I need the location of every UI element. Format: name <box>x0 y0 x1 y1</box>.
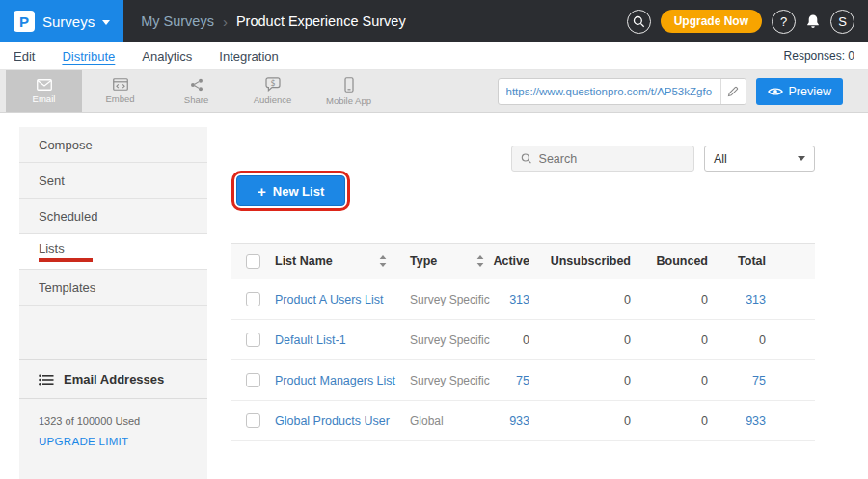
row-checkbox[interactable] <box>246 413 260 428</box>
row-checkbox[interactable] <box>246 373 260 387</box>
embed-icon <box>113 78 128 91</box>
row-checkbox-cell <box>231 333 275 347</box>
preview-label: Preview <box>789 85 831 98</box>
row-checkbox-cell <box>231 413 275 428</box>
upgrade-limit-link[interactable]: UPGRADE LIMIT <box>19 431 207 452</box>
unsubscribed-count: 0 <box>535 414 637 428</box>
total-count[interactable]: 933 <box>714 414 772 428</box>
list-name-link[interactable]: Global Products User <box>275 414 400 428</box>
total-count[interactable]: 0 <box>714 333 772 347</box>
sidebar-item-sent[interactable]: Sent <box>19 163 207 199</box>
column-list-name[interactable]: List Name <box>275 254 400 268</box>
list-type: Survey Specific <box>400 293 492 306</box>
bounced-count: 0 <box>637 374 714 387</box>
sidebar-item-label: Templates <box>39 280 95 295</box>
list-name-link[interactable]: Product Managers List <box>275 374 400 387</box>
list-icon <box>39 374 54 386</box>
app-menu[interactable]: P Surveys <box>0 0 123 42</box>
active-count[interactable]: 0 <box>492 333 535 347</box>
active-count[interactable]: 313 <box>492 293 535 306</box>
content-area: Compose Sent Scheduled Lists Templates E… <box>0 113 868 479</box>
column-active: Active <box>492 254 535 268</box>
chevron-down-icon <box>102 20 110 25</box>
questionpro-logo: P <box>14 11 35 32</box>
row-checkbox[interactable] <box>246 333 260 347</box>
list-name-link[interactable]: Product A Users List <box>275 293 400 306</box>
channel-email[interactable]: Email <box>6 70 82 112</box>
audience-icon: $ <box>265 77 281 92</box>
mobile-app-icon <box>344 77 354 93</box>
channel-audience[interactable]: $ Audience <box>234 70 311 112</box>
channel-embed-label: Embed <box>105 93 134 104</box>
search-icon <box>521 152 532 165</box>
filter-dropdown[interactable]: All <box>704 146 815 172</box>
sidebar-item-templates[interactable]: Templates <box>19 270 207 306</box>
total-count[interactable]: 313 <box>714 293 772 306</box>
active-count[interactable]: 75 <box>492 374 535 387</box>
sidebar-item-scheduled[interactable]: Scheduled <box>19 199 207 234</box>
sort-icon[interactable] <box>476 255 484 267</box>
tab-edit[interactable]: Edit <box>14 49 35 64</box>
help-button[interactable]: ? <box>772 10 796 34</box>
row-checkbox-cell <box>231 292 275 306</box>
list-controls: All + New List <box>231 127 815 243</box>
sort-icon[interactable] <box>379 255 387 267</box>
tab-analytics[interactable]: Analytics <box>142 49 192 64</box>
new-list-label: New List <box>273 184 324 199</box>
breadcrumb-my-surveys[interactable]: My Surveys <box>141 13 214 29</box>
preview-button[interactable]: Preview <box>756 78 843 105</box>
search-button[interactable] <box>627 10 651 34</box>
search-input[interactable] <box>539 152 685 166</box>
unsubscribed-count: 0 <box>535 333 637 347</box>
filter-controls: All <box>511 146 815 172</box>
plus-icon: + <box>258 183 266 200</box>
table-row: Global Products User Global 933 0 0 933 <box>231 401 815 441</box>
annotation-underline <box>39 258 93 262</box>
filter-value: All <box>714 152 727 166</box>
app-window: P Surveys My Surveys › Product Experienc… <box>0 0 868 479</box>
list-name-link[interactable]: Default List-1 <box>275 333 400 347</box>
notifications-button[interactable] <box>805 13 821 29</box>
sidebar-item-lists[interactable]: Lists <box>19 234 207 270</box>
table-row: Product Managers List Survey Specific 75… <box>231 360 815 401</box>
sidebar-item-compose[interactable]: Compose <box>19 127 207 163</box>
column-label: List Name <box>275 254 333 268</box>
table-header-row: List Name Type Active Unsubscribed Bounc… <box>231 243 815 279</box>
header-actions: Upgrade Now ? S <box>627 10 868 34</box>
app-menu-label: Surveys <box>42 13 95 30</box>
new-list-button[interactable]: + New List <box>236 175 345 206</box>
list-type: Global <box>400 414 492 428</box>
survey-url-input[interactable] <box>499 86 720 97</box>
usage-text: 1323 of 100000 Used <box>19 399 207 431</box>
edit-url-button[interactable] <box>720 78 746 105</box>
breadcrumb-current: Product Experience Survey <box>236 13 406 29</box>
active-count[interactable]: 933 <box>492 414 535 428</box>
logo-letter: P <box>19 13 29 30</box>
channel-embed[interactable]: Embed <box>82 70 158 112</box>
svg-text:$: $ <box>270 79 275 88</box>
top-header: P Surveys My Surveys › Product Experienc… <box>0 0 868 42</box>
channel-email-label: Email <box>33 93 56 104</box>
channel-mobile-app[interactable]: Mobile App <box>311 70 387 112</box>
sidebar-item-label: Lists <box>39 241 65 255</box>
total-count[interactable]: 75 <box>714 374 772 387</box>
channel-share[interactable]: Share <box>158 70 234 112</box>
channel-list: Email Embed Share $ Audience Mobile App <box>6 70 387 112</box>
select-all-checkbox[interactable] <box>246 254 260 269</box>
channel-share-label: Share <box>184 94 208 105</box>
list-type: Survey Specific <box>400 374 492 387</box>
column-type[interactable]: Type <box>400 254 492 268</box>
bell-icon <box>805 13 821 29</box>
sidebar-item-label: Compose <box>39 138 93 152</box>
section-tabs: Edit Distribute Analytics Integration Re… <box>0 42 868 70</box>
upgrade-now-button[interactable]: Upgrade Now <box>661 10 762 33</box>
survey-url-field <box>498 78 746 105</box>
row-checkbox[interactable] <box>246 292 260 306</box>
bounced-count: 0 <box>637 414 714 428</box>
select-all-cell <box>231 254 275 269</box>
avatar[interactable]: S <box>830 10 854 34</box>
row-checkbox-cell <box>231 373 275 387</box>
tab-integration[interactable]: Integration <box>219 49 278 64</box>
email-icon <box>37 79 52 91</box>
tab-distribute[interactable]: Distribute <box>62 49 115 64</box>
